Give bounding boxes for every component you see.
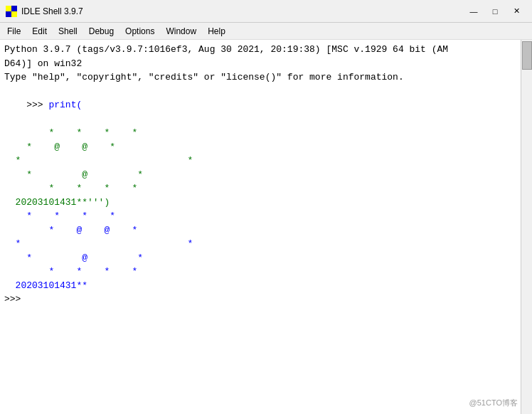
- print-call: print(: [48, 100, 82, 110]
- svg-rect-1: [11, 6, 17, 11]
- menu-options[interactable]: Options: [119, 25, 160, 38]
- maximize-button[interactable]: □: [485, 4, 505, 19]
- blue-line-3: * *: [4, 237, 528, 251]
- blue-line-2: * @ @ *: [4, 223, 528, 238]
- watermark: @51CTO博客: [469, 398, 518, 408]
- blue-line-4: * @ *: [4, 251, 528, 265]
- green-line-2: * @ @ *: [4, 140, 528, 154]
- svg-rect-0: [6, 6, 11, 11]
- green-line-4: * @ *: [4, 168, 528, 182]
- green-line-5: * * * *: [4, 181, 528, 196]
- svg-rect-2: [6, 11, 11, 17]
- menu-edit[interactable]: Edit: [26, 25, 53, 38]
- menu-window[interactable]: Window: [160, 25, 202, 38]
- header-line-3: Type "help", "copyright", "credits" or "…: [4, 70, 528, 85]
- menu-help[interactable]: Help: [202, 25, 231, 38]
- title-bar: IDLE Shell 3.9.7 — □ ✕: [0, 0, 532, 23]
- title-bar-left: IDLE Shell 3.9.7: [6, 6, 83, 17]
- prompt-line: >>> print(: [4, 85, 528, 127]
- scrollbar[interactable]: [521, 40, 532, 414]
- shell-content[interactable]: Python 3.9.7 (tags/v3.9.7:1016ef3, Aug 3…: [0, 40, 532, 414]
- menu-file[interactable]: File: [1, 25, 26, 38]
- blue-line-1: * * * *: [4, 209, 528, 223]
- scrollbar-thumb[interactable]: [522, 41, 532, 70]
- green-line-3: * *: [4, 154, 528, 168]
- prompt-symbol: >>>: [26, 100, 48, 110]
- blue-line-5: * * * *: [4, 265, 528, 279]
- window-title: IDLE Shell 3.9.7: [21, 6, 83, 16]
- green-line-1: * * * *: [4, 126, 528, 140]
- menu-shell[interactable]: Shell: [53, 25, 83, 38]
- header-line-2: D64)] on win32: [4, 57, 528, 71]
- app-icon: [6, 6, 17, 17]
- menu-debug[interactable]: Debug: [83, 25, 119, 38]
- window-controls: — □ ✕: [464, 4, 526, 19]
- menu-bar: File Edit Shell Debug Options Window Hel…: [0, 23, 532, 40]
- close-button[interactable]: ✕: [506, 4, 526, 19]
- svg-rect-3: [11, 11, 17, 17]
- final-prompt: >>>: [4, 292, 528, 307]
- minimize-button[interactable]: —: [464, 4, 484, 19]
- green-date-line: 20203101431**'''): [4, 196, 528, 210]
- header-line-1: Python 3.9.7 (tags/v3.9.7:1016ef3, Aug 3…: [4, 43, 528, 57]
- blue-date-line: 20203101431**: [4, 279, 528, 293]
